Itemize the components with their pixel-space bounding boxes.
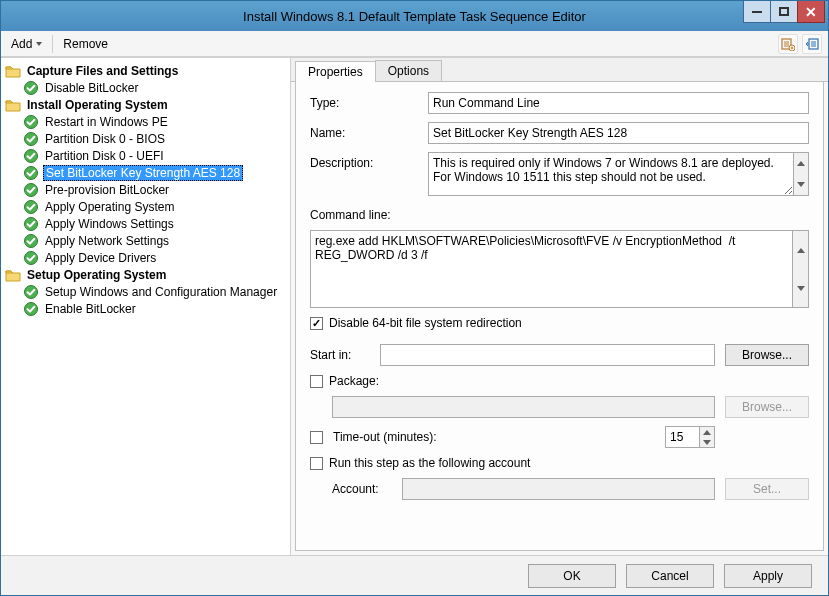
tab-strip: Properties Options xyxy=(291,58,828,82)
close-button[interactable]: ✕ xyxy=(797,1,825,23)
folder-icon xyxy=(5,97,21,113)
tree-group[interactable]: Install Operating System xyxy=(1,96,290,113)
tree-group-label: Capture Files and Settings xyxy=(25,64,180,78)
package-checkbox[interactable] xyxy=(310,375,323,388)
type-label: Type: xyxy=(310,92,420,110)
tree-item[interactable]: Restart in Windows PE xyxy=(1,113,290,130)
tree-item[interactable]: Apply Windows Settings xyxy=(1,215,290,232)
tree-item-label: Enable BitLocker xyxy=(43,302,138,316)
add-menu-button[interactable]: Add xyxy=(7,35,46,53)
name-field[interactable] xyxy=(428,122,809,144)
arrow-down-icon xyxy=(797,286,805,291)
tree-item[interactable]: Apply Network Settings xyxy=(1,232,290,249)
close-icon: ✕ xyxy=(805,5,817,19)
tree-item-label: Pre-provision BitLocker xyxy=(43,183,171,197)
tree-item[interactable]: Apply Device Drivers xyxy=(1,249,290,266)
success-icon xyxy=(23,250,39,266)
tree-group-label: Install Operating System xyxy=(25,98,170,112)
folder-icon xyxy=(5,267,21,283)
toolbar: Add Remove xyxy=(1,31,828,57)
arrow-up-icon xyxy=(797,248,805,253)
success-icon xyxy=(23,301,39,317)
maximize-button[interactable] xyxy=(770,1,798,23)
commandline-field[interactable] xyxy=(310,230,793,308)
window-title: Install Windows 8.1 Default Template Tas… xyxy=(1,9,828,24)
timeout-value[interactable] xyxy=(665,426,699,448)
folder-icon xyxy=(5,63,21,79)
description-field[interactable] xyxy=(428,152,794,196)
success-icon xyxy=(23,80,39,96)
description-label: Description: xyxy=(310,152,420,170)
commandline-scrollbar[interactable] xyxy=(793,230,809,308)
startin-label: Start in: xyxy=(310,348,370,362)
timeout-label: Time-out (minutes): xyxy=(333,430,655,444)
tree-item-label: Disable BitLocker xyxy=(43,81,140,95)
tree-item-label: Set BitLocker Key Strength AES 128 xyxy=(43,165,243,181)
timeout-spin-up[interactable] xyxy=(700,427,714,437)
tree-item-label: Partition Disk 0 - BIOS xyxy=(43,132,167,146)
tree-item[interactable]: Apply Operating System xyxy=(1,198,290,215)
chevron-down-icon xyxy=(36,42,42,46)
type-field xyxy=(428,92,809,114)
dialog-footer: OK Cancel Apply xyxy=(1,555,828,595)
commandline-label: Command line: xyxy=(310,208,809,222)
account-field xyxy=(402,478,715,500)
tree-item[interactable]: Partition Disk 0 - UEFI xyxy=(1,147,290,164)
account-label: Account: xyxy=(332,482,392,496)
remove-button[interactable]: Remove xyxy=(59,35,112,53)
tree-item-label: Apply Windows Settings xyxy=(43,217,176,231)
success-icon xyxy=(23,114,39,130)
tree-group[interactable]: Setup Operating System xyxy=(1,266,290,283)
success-icon xyxy=(23,148,39,164)
remove-label: Remove xyxy=(63,37,108,51)
title-bar: Install Windows 8.1 Default Template Tas… xyxy=(1,1,828,31)
success-icon xyxy=(23,165,39,181)
package-browse-button: Browse... xyxy=(725,396,809,418)
task-tree[interactable]: Capture Files and SettingsDisable BitLoc… xyxy=(1,58,291,555)
maximize-icon xyxy=(779,7,789,16)
arrow-down-icon xyxy=(797,182,805,187)
timeout-spin-down[interactable] xyxy=(700,437,714,447)
disable64-label: Disable 64-bit file system redirection xyxy=(329,316,522,330)
ok-button[interactable]: OK xyxy=(528,564,616,588)
tree-item[interactable]: Setup Windows and Configuration Manager xyxy=(1,283,290,300)
set-account-button: Set... xyxy=(725,478,809,500)
success-icon xyxy=(23,284,39,300)
new-group-button[interactable] xyxy=(778,34,798,54)
minimize-icon xyxy=(752,11,762,13)
success-icon xyxy=(23,131,39,147)
success-icon xyxy=(23,199,39,215)
apply-button[interactable]: Apply xyxy=(724,564,812,588)
tree-item[interactable]: Disable BitLocker xyxy=(1,79,290,96)
tab-options[interactable]: Options xyxy=(375,60,442,81)
tree-item[interactable]: Enable BitLocker xyxy=(1,300,290,317)
new-group-icon xyxy=(781,37,795,51)
timeout-checkbox[interactable] xyxy=(310,431,323,444)
tree-item-label: Apply Operating System xyxy=(43,200,176,214)
name-label: Name: xyxy=(310,122,420,140)
success-icon xyxy=(23,216,39,232)
tree-item-label: Setup Windows and Configuration Manager xyxy=(43,285,279,299)
disable64-checkbox[interactable] xyxy=(310,317,323,330)
startin-browse-button[interactable]: Browse... xyxy=(725,344,809,366)
startin-field[interactable] xyxy=(380,344,715,366)
description-scrollbar[interactable] xyxy=(794,152,809,196)
toolbar-separator xyxy=(52,35,53,53)
move-item-icon xyxy=(805,37,819,51)
tree-item[interactable]: Pre-provision BitLocker xyxy=(1,181,290,198)
tree-item[interactable]: Set BitLocker Key Strength AES 128 xyxy=(1,164,290,181)
cancel-button[interactable]: Cancel xyxy=(626,564,714,588)
success-icon xyxy=(23,182,39,198)
timeout-spinner[interactable] xyxy=(665,426,715,448)
tree-group[interactable]: Capture Files and Settings xyxy=(1,62,290,79)
move-item-button[interactable] xyxy=(802,34,822,54)
arrow-down-icon xyxy=(703,440,711,445)
tree-item-label: Restart in Windows PE xyxy=(43,115,170,129)
tree-item[interactable]: Partition Disk 0 - BIOS xyxy=(1,130,290,147)
runas-checkbox[interactable] xyxy=(310,457,323,470)
runas-label: Run this step as the following account xyxy=(329,456,530,470)
arrow-up-icon xyxy=(703,430,711,435)
minimize-button[interactable] xyxy=(743,1,771,23)
tree-item-label: Apply Network Settings xyxy=(43,234,171,248)
tab-properties[interactable]: Properties xyxy=(295,61,376,82)
